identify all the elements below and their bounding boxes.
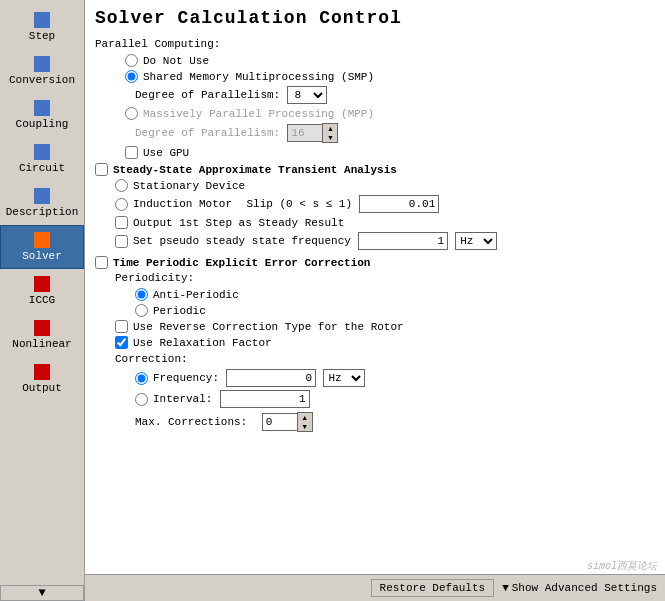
pseudo-steady-row: Set pseudo steady state frequency Hz kHz… [115,232,655,250]
sidebar-label-solver: Solver [22,250,62,262]
periodic-radio[interactable] [135,304,148,317]
mpp-degree-input[interactable] [287,124,322,142]
max-corrections-spinner: ▲ ▼ [262,412,313,432]
mpp-label: Massively Parallel Processing (MPP) [143,108,374,120]
pseudo-steady-label: Set pseudo steady state frequency [133,235,351,247]
smp-degree-select[interactable]: 8 4 16 32 [287,86,327,104]
sidebar-scroll-down[interactable]: ▼ [0,585,84,601]
reverse-correction-label: Use Reverse Correction Type for the Roto… [133,321,404,333]
stationary-label: Stationary Device [133,180,245,192]
circuit-icon [34,144,50,160]
reverse-correction-checkbox[interactable] [115,320,128,333]
smp-row: Shared Memory Multiprocessing (SMP) [125,70,655,83]
use-gpu-row: Use GPU [125,146,655,159]
interval-label: Interval: [153,393,212,405]
sidebar-label-output: Output [22,382,62,394]
output-icon [34,364,50,380]
parallel-computing-label: Parallel Computing: [95,38,655,50]
time-periodic-checkbox[interactable] [95,256,108,269]
time-periodic-section-header: Time Periodic Explicit Error Correction [95,256,655,269]
use-gpu-checkbox[interactable] [125,146,138,159]
main-content: Solver Calculation Control Parallel Comp… [85,0,665,601]
relaxation-checkbox[interactable] [115,336,128,349]
restore-defaults-button[interactable]: Restore Defaults [371,579,495,597]
induction-row: Induction Motor Slip (0 < s ≤ 1) [115,195,655,213]
stationary-radio[interactable] [115,179,128,192]
mpp-degree-spinner: ▲ ▼ [287,123,338,143]
output-1st-row: Output 1st Step as Steady Result [115,216,655,229]
relaxation-row: Use Relaxation Factor [115,336,655,349]
slip-label: Slip (0 < s ≤ 1) [246,198,352,210]
sidebar-item-solver[interactable]: Solver [0,225,84,269]
use-gpu-label: Use GPU [143,147,189,159]
smp-label: Shared Memory Multiprocessing (SMP) [143,71,374,83]
slip-input[interactable] [359,195,439,213]
steady-state-sub: Stationary Device Induction Motor Slip (… [115,179,655,250]
sidebar-label-step: Step [29,30,55,42]
iccg-icon [34,276,50,292]
sidebar-label-nonlinear: Nonlinear [12,338,71,350]
sidebar-label-circuit: Circuit [19,162,65,174]
bottom-bar: Restore Defaults ▼ Show Advanced Setting… [85,574,665,601]
steady-state-checkbox[interactable] [95,163,108,176]
max-corrections-down-btn[interactable]: ▼ [298,422,312,431]
sidebar-item-conversion[interactable]: Conversion [0,49,84,93]
sidebar-item-description[interactable]: Description [0,181,84,225]
frequency-unit-select[interactable]: Hz kHz [323,369,365,387]
max-corrections-label: Max. Corrections: [135,416,247,428]
description-icon [34,188,50,204]
pseudo-unit-select[interactable]: Hz kHz MHz [455,232,497,250]
max-corrections-up-btn[interactable]: ▲ [298,413,312,422]
mpp-degree-down-btn[interactable]: ▼ [323,133,337,142]
induction-radio[interactable] [115,198,128,211]
frequency-radio[interactable] [135,372,148,385]
sidebar-label-conversion: Conversion [9,74,75,86]
interval-radio[interactable] [135,393,148,406]
max-corrections-input[interactable] [262,413,297,431]
periodic-label: Periodic [153,305,206,317]
stationary-row: Stationary Device [115,179,655,192]
anti-periodic-row: Anti-Periodic [135,288,655,301]
time-periodic-sub: Periodicity: Anti-Periodic Periodic Use … [115,272,655,432]
mpp-degree-row: Degree of Parallelism: ▲ ▼ [135,123,655,143]
sidebar-item-coupling[interactable]: Coupling [0,93,84,137]
pseudo-steady-checkbox[interactable] [115,235,128,248]
mpp-degree-up-btn[interactable]: ▲ [323,124,337,133]
frequency-row: Frequency: Hz kHz [135,369,655,387]
max-corrections-row: Max. Corrections: ▲ ▼ [115,412,655,432]
smp-radio[interactable] [125,70,138,83]
do-not-use-radio[interactable] [125,54,138,67]
conversion-icon [34,56,50,72]
nonlinear-icon [34,320,50,336]
do-not-use-row: Do Not Use [125,54,655,67]
sidebar-item-circuit[interactable]: Circuit [0,137,84,181]
relaxation-label: Use Relaxation Factor [133,337,272,349]
sidebar: Step Conversion Coupling Circuit Descrip… [0,0,85,601]
anti-periodic-radio[interactable] [135,288,148,301]
anti-periodic-label: Anti-Periodic [153,289,239,301]
sidebar-item-nonlinear[interactable]: Nonlinear [0,313,84,357]
max-corrections-spin-btns: ▲ ▼ [297,412,313,432]
sidebar-label-iccg: ICCG [29,294,55,306]
solver-icon [34,232,50,248]
show-advanced-toggle[interactable]: ▼ Show Advanced Settings [502,582,657,594]
reverse-correction-row: Use Reverse Correction Type for the Roto… [115,320,655,333]
interval-row: Interval: [135,390,655,408]
output-1st-checkbox[interactable] [115,216,128,229]
periodic-row: Periodic [135,304,655,317]
step-icon [34,12,50,28]
page-title: Solver Calculation Control [95,8,655,28]
sidebar-item-iccg[interactable]: ICCG [0,269,84,313]
coupling-icon [34,100,50,116]
output-1st-label: Output 1st Step as Steady Result [133,217,344,229]
pseudo-freq-input[interactable] [358,232,448,250]
time-periodic-title: Time Periodic Explicit Error Correction [113,257,370,269]
frequency-input[interactable] [226,369,316,387]
interval-input[interactable] [220,390,310,408]
sidebar-item-step[interactable]: Step [0,5,84,49]
show-advanced-label: Show Advanced Settings [512,582,657,594]
periodicity-label: Periodicity: [115,272,655,284]
mpp-radio[interactable] [125,107,138,120]
steady-state-section-header: Steady-State Approximate Transient Analy… [95,163,655,176]
sidebar-item-output[interactable]: Output [0,357,84,401]
